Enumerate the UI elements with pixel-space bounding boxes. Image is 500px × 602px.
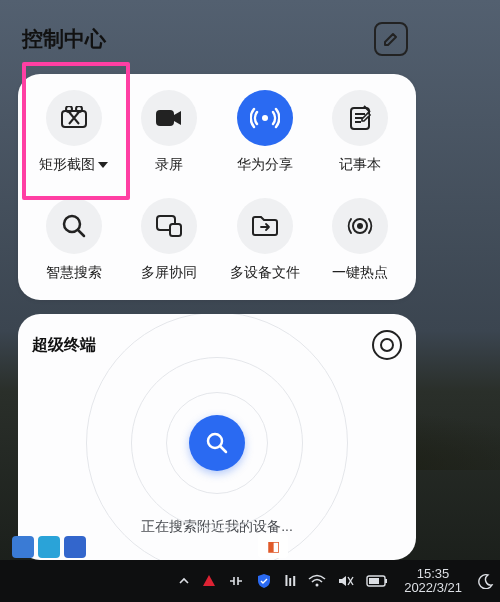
tray-app-icon[interactable] bbox=[196, 574, 222, 588]
multiscreen-icon bbox=[155, 214, 183, 238]
tray-chevron-icon[interactable] bbox=[172, 575, 196, 587]
tile-label: 矩形截图 bbox=[39, 156, 95, 174]
tile-label: 多设备文件 bbox=[230, 264, 300, 282]
record-icon bbox=[155, 108, 183, 128]
desktop-icon[interactable] bbox=[38, 536, 60, 558]
tile-multiscreen[interactable]: 多屏协同 bbox=[122, 198, 218, 282]
desktop-quick-icons bbox=[12, 536, 86, 558]
tray-shield-icon[interactable] bbox=[250, 573, 278, 589]
svg-rect-22 bbox=[369, 578, 379, 584]
tray-moon-icon[interactable] bbox=[472, 573, 500, 589]
tile-smartsearch[interactable]: 智慧搜索 bbox=[26, 198, 122, 282]
svg-point-13 bbox=[357, 223, 363, 229]
svg-rect-3 bbox=[156, 110, 174, 126]
taskbar: lıI 15:35 2022/3/21 bbox=[0, 560, 500, 602]
tile-multidevfiles[interactable]: 多设备文件 bbox=[217, 198, 313, 282]
desktop-icon[interactable] bbox=[12, 536, 34, 558]
radar-search-button[interactable] bbox=[189, 415, 245, 471]
tile-screenrec[interactable]: 录屏 bbox=[122, 90, 218, 174]
tray-wifi-icon[interactable] bbox=[302, 574, 332, 588]
clock-time: 15:35 bbox=[417, 567, 450, 581]
svg-point-17 bbox=[316, 584, 319, 587]
search-icon bbox=[205, 431, 229, 455]
target-icon[interactable] bbox=[372, 330, 402, 360]
tile-hotspot[interactable]: 一键热点 bbox=[313, 198, 409, 282]
tile-label: 录屏 bbox=[155, 156, 183, 174]
tile-label: 智慧搜索 bbox=[46, 264, 102, 282]
tray-network-icon[interactable] bbox=[222, 574, 250, 588]
svg-point-1 bbox=[66, 106, 72, 112]
search-icon bbox=[61, 213, 87, 239]
svg-line-16 bbox=[220, 446, 226, 452]
screenshot-icon bbox=[60, 106, 88, 130]
desktop-icon[interactable] bbox=[64, 536, 86, 558]
shortcuts-card: 矩形截图 录屏 华为分享 记事本 bbox=[18, 74, 416, 300]
svg-point-4 bbox=[262, 115, 268, 121]
edit-button[interactable] bbox=[374, 22, 408, 56]
radar-area bbox=[32, 368, 402, 518]
svg-point-2 bbox=[76, 106, 82, 112]
tile-huaweishare[interactable]: 华为分享 bbox=[217, 90, 313, 174]
panel-title: 控制中心 bbox=[22, 25, 106, 53]
taskbar-clock[interactable]: 15:35 2022/3/21 bbox=[394, 567, 472, 596]
tile-label: 华为分享 bbox=[237, 156, 293, 174]
tray-battery-icon[interactable] bbox=[360, 575, 394, 587]
svg-line-10 bbox=[78, 230, 84, 236]
super-terminal-title: 超级终端 bbox=[32, 335, 96, 356]
clock-date: 2022/3/21 bbox=[404, 581, 462, 595]
tile-label: 多屏协同 bbox=[141, 264, 197, 282]
tile-label: 一键热点 bbox=[332, 264, 388, 282]
notepad-icon bbox=[348, 105, 372, 131]
tile-screenshot[interactable]: 矩形截图 bbox=[26, 90, 122, 174]
tray-monitor-icon[interactable]: lıI bbox=[278, 573, 302, 589]
hotspot-icon bbox=[346, 212, 374, 240]
share-icon bbox=[250, 103, 280, 133]
svg-rect-12 bbox=[170, 224, 181, 236]
tile-notepad[interactable]: 记事本 bbox=[313, 90, 409, 174]
super-terminal-card: 超级终端 正在搜索附近我的设备... bbox=[18, 314, 416, 560]
floating-app-icon[interactable]: ◧ bbox=[258, 534, 288, 558]
folder-sync-icon bbox=[251, 215, 279, 237]
svg-rect-21 bbox=[385, 579, 387, 583]
tray-volume-icon[interactable] bbox=[332, 574, 360, 588]
tile-label: 记事本 bbox=[339, 156, 381, 174]
dropdown-icon bbox=[98, 162, 108, 168]
control-center-panel: 控制中心 矩形截图 录屏 华为分享 bbox=[8, 8, 426, 576]
